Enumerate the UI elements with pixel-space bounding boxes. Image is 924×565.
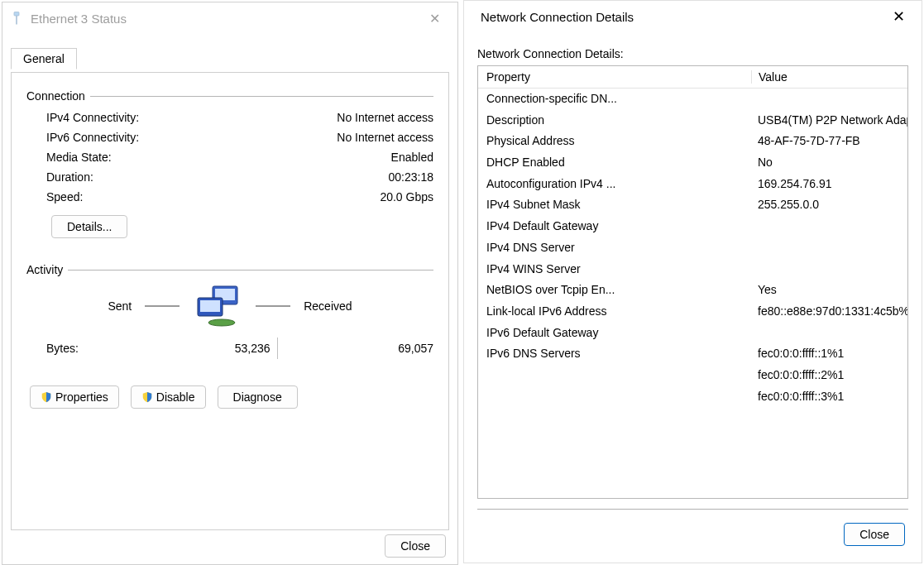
- divider: [68, 270, 433, 271]
- disable-button-label: Disable: [156, 390, 195, 404]
- details-row-property: Autoconfiguration IPv4 ...: [478, 175, 751, 194]
- duration-row: Duration: 00:23:18: [26, 167, 433, 187]
- shield-icon: [141, 391, 153, 403]
- details-button[interactable]: Details...: [51, 215, 127, 238]
- titlebar: Ethernet 3 Status ✕: [2, 2, 457, 34]
- details-row-value: No: [751, 154, 907, 172]
- speed-label: Speed:: [46, 190, 83, 203]
- details-subtitle: Network Connection Details:: [477, 47, 908, 60]
- details-row[interactable]: Connection-specific DN...: [478, 89, 907, 110]
- tab-body-general: Connection IPv4 Connectivity: No Interne…: [11, 72, 449, 530]
- group-connection: Connection: [26, 89, 433, 103]
- window-title: Ethernet 3 Status: [31, 12, 418, 26]
- ipv4-connectivity-label: IPv4 Connectivity:: [46, 111, 139, 124]
- details-row[interactable]: IPv4 DNS Server: [478, 237, 907, 259]
- duration-value: 00:23:18: [389, 170, 434, 184]
- details-row[interactable]: IPv6 Default Gateway: [478, 323, 907, 344]
- details-row-property: Connection-specific DN...: [478, 90, 751, 108]
- details-row-property: DHCP Enabled: [478, 154, 751, 172]
- group-label: Activity: [26, 263, 68, 276]
- ethernet-status-dialog: Ethernet 3 Status ✕ General Connection I…: [2, 2, 458, 565]
- divider: [90, 96, 433, 97]
- tabs: General: [11, 47, 457, 72]
- ipv6-connectivity-value: No Internet access: [337, 131, 433, 144]
- details-list: Property Value Connection-specific DN...…: [477, 65, 908, 499]
- details-row-value: fe80::e88e:97d0:1331:4c5b%31: [751, 303, 907, 321]
- window-title: Network Connection Details: [471, 10, 882, 24]
- details-row-value: [751, 239, 907, 257]
- close-icon[interactable]: ✕: [418, 6, 451, 31]
- sent-label: Sent: [108, 299, 132, 313]
- details-row-value: fec0:0:0:ffff::2%1: [751, 366, 907, 385]
- details-row-value: [751, 324, 907, 342]
- network-connection-details-dialog: Network Connection Details ✕ Network Con…: [463, 0, 922, 563]
- close-icon[interactable]: ✕: [882, 4, 915, 29]
- col-header-property[interactable]: Property: [478, 70, 751, 84]
- group-activity: Activity: [26, 263, 433, 276]
- details-row[interactable]: Autoconfiguration IPv4 ...169.254.76.91: [478, 174, 907, 195]
- disable-button[interactable]: Disable: [131, 385, 206, 409]
- media-state-value: Enabled: [391, 151, 433, 164]
- details-row[interactable]: Link-local IPv6 Addressfe80::e88e:97d0:1…: [478, 301, 907, 323]
- details-row-property: IPv6 Default Gateway: [478, 324, 751, 342]
- details-row[interactable]: IPv4 WINS Server: [478, 259, 907, 280]
- properties-button-label: Properties: [55, 390, 108, 404]
- details-row-property: IPv4 DNS Server: [478, 239, 751, 257]
- details-row-property: Description: [478, 112, 751, 130]
- divider: [277, 338, 278, 359]
- details-row-value: [751, 218, 907, 236]
- bytes-label: Bytes:: [46, 342, 121, 355]
- details-row-property: NetBIOS over Tcpip En...: [478, 281, 751, 299]
- details-body: Network Connection Details: Property Val…: [464, 32, 922, 499]
- details-row-value: [751, 261, 907, 279]
- details-row[interactable]: fec0:0:0:ffff::3%1: [478, 386, 907, 408]
- details-row[interactable]: NetBIOS over Tcpip En...Yes: [478, 280, 907, 301]
- divider: [256, 305, 290, 307]
- activity-bytes-row: Bytes: 53,236 69,057: [26, 333, 433, 367]
- received-label: Received: [304, 299, 352, 313]
- media-state-row: Media State: Enabled: [26, 147, 433, 167]
- details-row-property: IPv4 Default Gateway: [478, 218, 751, 236]
- details-row-value: Yes: [751, 281, 907, 299]
- ipv4-connectivity-row: IPv4 Connectivity: No Internet access: [26, 108, 433, 127]
- ipv6-connectivity-row: IPv6 Connectivity: No Internet access: [26, 127, 433, 147]
- details-row[interactable]: IPv6 DNS Serversfec0:0:0:ffff::1%1: [478, 343, 907, 365]
- svg-rect-5: [200, 300, 220, 312]
- details-row-value: USB4(TM) P2P Network Adapter: [751, 112, 907, 130]
- details-row[interactable]: DHCP EnabledNo: [478, 152, 907, 174]
- details-row-value: fec0:0:0:ffff::1%1: [751, 345, 907, 363]
- bytes-received-value: 69,057: [285, 342, 434, 355]
- close-button[interactable]: Close: [844, 523, 905, 546]
- details-rows: Connection-specific DN...DescriptionUSB4…: [478, 89, 907, 407]
- shield-icon: [41, 391, 52, 403]
- details-row[interactable]: IPv4 Default Gateway: [478, 216, 907, 237]
- svg-rect-0: [14, 12, 19, 17]
- details-row-property: IPv4 WINS Server: [478, 261, 751, 279]
- diagnose-button[interactable]: Diagnose: [218, 385, 298, 409]
- divider: [145, 305, 180, 307]
- network-computers-icon: [193, 285, 242, 328]
- action-buttons: Properties Disable Diagnose: [26, 385, 433, 409]
- properties-button[interactable]: Properties: [30, 385, 119, 409]
- details-row-value: 48-AF-75-7D-77-FB: [751, 132, 907, 151]
- speed-value: 20.0 Gbps: [380, 190, 433, 203]
- titlebar: Network Connection Details ✕: [464, 1, 922, 32]
- details-row[interactable]: IPv4 Subnet Mask255.255.0.0: [478, 194, 907, 216]
- details-row[interactable]: fec0:0:0:ffff::2%1: [478, 365, 907, 386]
- details-row-property: [478, 388, 751, 406]
- details-row-value: 255.255.0.0: [751, 196, 907, 214]
- ipv4-connectivity-value: No Internet access: [337, 111, 433, 124]
- tab-general[interactable]: General: [11, 48, 77, 69]
- details-row[interactable]: Physical Address48-AF-75-7D-77-FB: [478, 131, 907, 152]
- details-row-value: [751, 90, 907, 108]
- close-button[interactable]: Close: [385, 534, 446, 558]
- details-row-property: IPv6 DNS Servers: [478, 345, 751, 363]
- col-header-value[interactable]: Value: [751, 70, 907, 84]
- details-row[interactable]: DescriptionUSB4(TM) P2P Network Adapter: [478, 110, 907, 132]
- details-header: Property Value: [478, 66, 907, 89]
- divider: [477, 509, 908, 510]
- bytes-sent-value: 53,236: [121, 342, 270, 355]
- details-row-property: [478, 366, 751, 385]
- group-label: Connection: [26, 89, 90, 103]
- media-state-label: Media State:: [46, 151, 112, 164]
